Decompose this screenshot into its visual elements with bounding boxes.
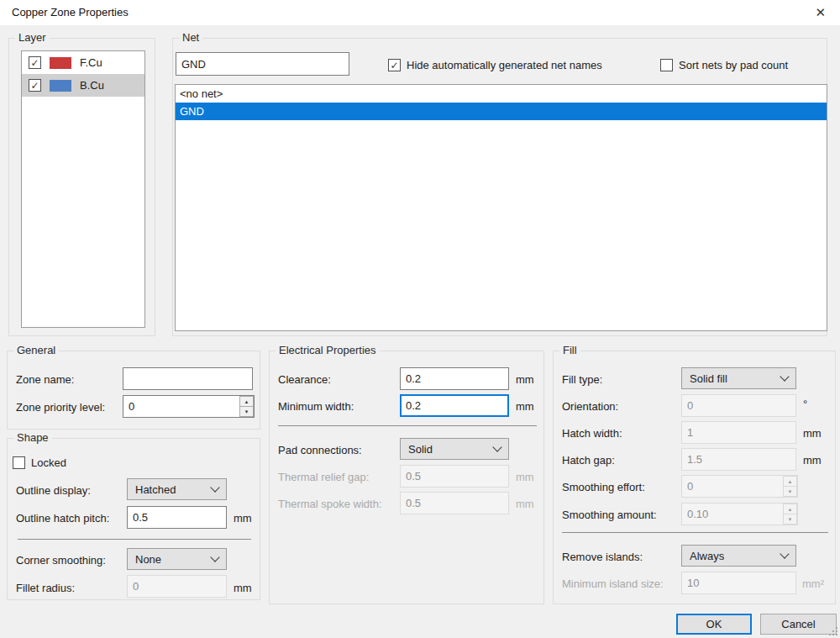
corner-smoothing-label: Corner smoothing: <box>16 554 106 567</box>
resize-grip[interactable] <box>828 626 837 635</box>
zone-name-label: Zone name: <box>16 373 74 386</box>
chevron-down-icon <box>492 442 501 451</box>
thermal-relief-gap-label: Thermal relief gap: <box>278 471 369 483</box>
layer-group-label: Layer <box>15 31 50 44</box>
remove-islands-dropdown[interactable]: Always <box>681 545 796 567</box>
shape-group-label: Shape <box>13 431 52 444</box>
outline-display-dropdown[interactable]: Hatched <box>127 478 227 500</box>
fill-type-value: Solid fill <box>690 372 727 385</box>
thermal-spoke-width-label: Thermal spoke width: <box>278 498 382 510</box>
zone-name-input[interactable] <box>123 367 253 390</box>
outline-hatch-pitch-input[interactable] <box>127 506 227 529</box>
checkbox-checked-icon[interactable]: ✓ <box>29 56 41 69</box>
clearance-label: Clearance: <box>278 373 331 386</box>
locked-checkbox-row[interactable]: Locked <box>13 456 66 469</box>
chevron-down-icon <box>210 482 219 492</box>
unit-label: mm <box>516 400 534 413</box>
sort-nets-label: Sort nets by pad count <box>679 59 788 71</box>
orientation-input <box>681 394 796 417</box>
hatch-gap-input <box>681 448 796 471</box>
net-row-gnd[interactable]: GND <box>176 103 827 120</box>
layer-list[interactable]: ✓ F.Cu ✓ B.Cu <box>21 50 145 328</box>
hatch-gap-label: Hatch gap: <box>562 454 615 467</box>
layer-label-bcu: B.Cu <box>80 79 104 92</box>
smoothing-effort-stepper: ▲ ▼ <box>681 475 798 498</box>
unit-label: mm <box>516 471 534 483</box>
electrical-group-label: Electrical Properties <box>276 344 380 356</box>
zone-priority-stepper[interactable]: ▲ ▼ <box>123 395 255 418</box>
net-row-no-net[interactable]: <no net> <box>176 85 827 103</box>
pad-connections-label: Pad connections: <box>278 444 362 456</box>
fill-type-dropdown[interactable]: Solid fill <box>681 367 796 389</box>
smoothing-effort-label: Smoothing effort: <box>562 481 645 493</box>
smoothing-amount-input <box>682 504 782 525</box>
divider <box>18 539 251 540</box>
smoothing-amount-label: Smoothing amount: <box>562 509 657 521</box>
title-bar: Copper Zone Properties ✕ <box>0 0 840 25</box>
outline-hatch-pitch-label: Outline hatch pitch: <box>16 512 109 525</box>
orientation-label: Orientation: <box>562 400 618 413</box>
divider <box>278 425 537 426</box>
layer-row-bcu[interactable]: ✓ B.Cu <box>22 74 144 97</box>
unit-label: mm <box>803 454 822 467</box>
chevron-down-icon <box>780 549 789 558</box>
remove-islands-value: Always <box>690 550 724 562</box>
layer-color-swatch-fcu <box>50 57 71 69</box>
min-island-size-label: Minimum island size: <box>562 577 664 590</box>
outline-display-value: Hatched <box>135 483 176 496</box>
general-group: General Zone name: Zone priority level: … <box>7 351 260 430</box>
copper-zone-properties-dialog: Copper Zone Properties ✕ Layer ✓ F.Cu ✓ … <box>0 0 840 638</box>
unit-label: mm² <box>802 577 824 590</box>
unit-label: mm <box>803 427 822 440</box>
min-island-size-input <box>681 572 796 594</box>
layer-label-fcu: F.Cu <box>80 56 102 69</box>
unit-label: mm <box>234 512 252 525</box>
hatch-width-input <box>681 421 796 444</box>
net-list[interactable]: <no net> GND <box>175 84 827 331</box>
checkbox-unchecked-icon[interactable] <box>13 456 25 469</box>
checkbox-checked-icon[interactable]: ✓ <box>388 59 401 71</box>
fillet-radius-input <box>127 575 227 598</box>
thermal-spoke-width-input <box>400 492 509 514</box>
unit-label: ° <box>803 398 807 410</box>
layer-row-fcu[interactable]: ✓ F.Cu <box>22 51 144 74</box>
general-group-label: General <box>13 344 59 356</box>
locked-label: Locked <box>31 456 66 469</box>
electrical-properties-group: Electrical Properties Clearance: mm Mini… <box>269 351 544 604</box>
minimum-width-input[interactable] <box>400 394 509 417</box>
pad-connections-value: Solid <box>408 443 433 456</box>
clearance-input[interactable] <box>400 367 509 390</box>
spinner-down-icon[interactable]: ▼ <box>239 406 254 417</box>
unit-label: mm <box>516 373 534 386</box>
checkbox-unchecked-icon[interactable] <box>660 59 673 71</box>
net-filter-input[interactable] <box>176 52 349 76</box>
smoothing-amount-stepper: ▲ ▼ <box>681 503 798 525</box>
chevron-down-icon <box>210 552 219 562</box>
unit-label: mm <box>234 582 252 594</box>
unit-label: mm <box>516 498 534 510</box>
hide-auto-net-names-label: Hide automatically generated net names <box>407 59 602 71</box>
remove-islands-label: Remove islands: <box>562 551 643 563</box>
fill-group-label: Fill <box>559 344 580 356</box>
pad-connections-dropdown[interactable]: Solid <box>400 438 509 460</box>
fill-type-label: Fill type: <box>562 373 602 386</box>
chevron-down-icon <box>780 372 789 381</box>
fill-group: Fill Fill type: Solid fill Orientation: … <box>553 351 836 604</box>
close-icon[interactable]: ✕ <box>811 3 829 22</box>
zone-priority-label: Zone priority level: <box>16 401 105 414</box>
hide-auto-net-names-checkbox-row[interactable]: ✓ Hide automatically generated net names <box>388 59 602 71</box>
net-group: Net ✓ Hide automatically generated net n… <box>172 38 827 336</box>
spinner-down-icon: ▼ <box>783 486 797 497</box>
corner-smoothing-dropdown[interactable]: None <box>127 548 227 570</box>
sort-nets-checkbox-row[interactable]: Sort nets by pad count <box>660 59 788 71</box>
zone-priority-input[interactable] <box>123 396 239 417</box>
shape-group: Shape Locked Outline display: Hatched Ou… <box>7 438 260 600</box>
layer-color-swatch-bcu <box>50 80 71 92</box>
ok-button[interactable]: OK <box>676 614 752 635</box>
layer-group: Layer ✓ F.Cu ✓ B.Cu <box>8 38 155 336</box>
minimum-width-label: Minimum width: <box>278 400 354 413</box>
checkbox-checked-icon[interactable]: ✓ <box>29 79 41 92</box>
divider <box>562 532 828 533</box>
net-group-label: Net <box>179 31 202 44</box>
cancel-button[interactable]: Cancel <box>760 614 837 635</box>
